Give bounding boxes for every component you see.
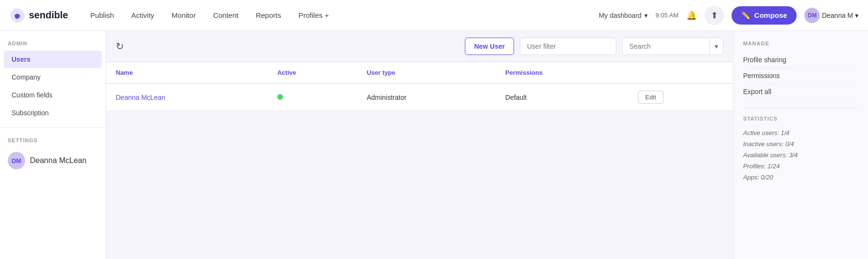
table-body: Deanna McLean Administrator Default Edit: [106, 83, 733, 111]
stat-apps: Apps: 0/20: [743, 172, 858, 183]
right-panel: MANAGE Profile sharing Permissions Expor…: [733, 31, 868, 259]
main-layout: ADMIN Users Company Custom fields Subscr…: [0, 31, 868, 259]
col-active: Active: [268, 62, 357, 83]
user-permissions-cell: Default: [496, 83, 628, 111]
stat-profiles: Profiles: 1/24: [743, 161, 858, 172]
nav-content[interactable]: Content: [206, 7, 245, 23]
nav-activity[interactable]: Activity: [124, 7, 161, 23]
stat-inactive-users: Inactive users: 0/4: [743, 138, 858, 150]
user-name-cell: Deanna McLean: [106, 83, 268, 111]
pencil-icon: ✏️: [741, 11, 750, 20]
user-active-cell: [268, 83, 357, 111]
sidebar-settings-user[interactable]: DM Deanna McLean: [0, 147, 106, 174]
user-actions-cell: Edit: [628, 83, 733, 111]
export-all-link[interactable]: Export all: [743, 84, 858, 100]
permissions-link[interactable]: Permissions: [743, 68, 858, 84]
col-permissions: Permissions: [496, 62, 628, 83]
stat-available-users: Available users: 3/4: [743, 150, 858, 161]
user-filter-input[interactable]: [520, 38, 616, 55]
nav-publish[interactable]: Publish: [83, 7, 121, 23]
table-header-row: Name Active User type Permissions: [106, 62, 733, 83]
chevron-down-icon: ▾: [715, 42, 718, 50]
toolbar: ↻ New User ▾: [106, 31, 733, 62]
chevron-down-icon: ▾: [644, 12, 648, 19]
sidebar-user-name: Deanna McLean: [30, 156, 86, 165]
settings-section-label: SETTINGS: [0, 134, 106, 147]
sidebar-item-custom-fields[interactable]: Custom fields: [4, 86, 102, 104]
manage-section-label: MANAGE: [743, 41, 858, 46]
profile-sharing-link[interactable]: Profile sharing: [743, 52, 858, 68]
new-user-button[interactable]: New User: [465, 38, 514, 55]
users-table: Name Active User type Permissions Deanna…: [106, 62, 733, 111]
nav-profiles[interactable]: Profiles +: [292, 7, 336, 23]
search-wrapper: ▾: [622, 38, 723, 55]
compose-label: Compose: [754, 11, 787, 19]
users-table-container: Name Active User type Permissions Deanna…: [106, 62, 733, 259]
compose-button[interactable]: ✏️ Compose: [732, 6, 797, 25]
panel-divider: [743, 108, 858, 108]
user-menu[interactable]: DM Deanna M ▾: [804, 8, 858, 23]
edit-user-button[interactable]: Edit: [638, 91, 663, 104]
stat-active-users: Active users: 1/4: [743, 127, 858, 138]
bell-icon[interactable]: 🔔: [686, 10, 697, 21]
sidebar-company-label: Company: [12, 73, 41, 81]
nav-right: My dashboard ▾ 9:05 AM 🔔 ⬆ ✏️ Compose DM…: [599, 6, 858, 25]
sidebar-user-avatar: DM: [8, 152, 25, 169]
search-dropdown-button[interactable]: ▾: [709, 38, 723, 55]
col-user-type: User type: [357, 62, 495, 83]
nav-reports[interactable]: Reports: [249, 7, 288, 23]
sidebar: ADMIN Users Company Custom fields Subscr…: [0, 31, 106, 259]
sidebar-item-users[interactable]: Users: [4, 51, 102, 68]
sidebar-item-company[interactable]: Company: [4, 68, 102, 86]
user-avatar: DM: [804, 8, 820, 23]
sidebar-subscription-label: Subscription: [12, 109, 49, 117]
user-type-cell: Administrator: [357, 83, 495, 111]
sidebar-users-label: Users: [12, 55, 30, 63]
main-nav: Publish Activity Monitor Content Reports…: [83, 7, 599, 23]
time-display: 9:05 AM: [655, 12, 678, 19]
refresh-button[interactable]: ↻: [116, 41, 124, 52]
user-name-link[interactable]: Deanna McLean: [116, 94, 165, 101]
nav-monitor[interactable]: Monitor: [165, 7, 203, 23]
sidebar-divider: [0, 127, 106, 128]
admin-section-label: ADMIN: [0, 41, 106, 50]
chevron-down-icon: ▾: [855, 12, 858, 19]
logo-area[interactable]: sendible: [10, 8, 68, 23]
sidebar-item-subscription[interactable]: Subscription: [4, 104, 102, 122]
dashboard-button[interactable]: My dashboard ▾: [599, 12, 648, 19]
statistics-section-label: STATISTICS: [743, 116, 858, 122]
table-header: Name Active User type Permissions: [106, 62, 733, 83]
col-actions: [628, 62, 733, 83]
logo-text: sendible: [29, 10, 68, 21]
col-name: Name: [106, 62, 268, 83]
search-input[interactable]: [623, 38, 709, 55]
sidebar-custom-fields-label: Custom fields: [12, 91, 53, 99]
sendible-logo-icon: [10, 8, 25, 23]
upload-button[interactable]: ⬆: [705, 6, 724, 25]
refresh-icon: ↻: [116, 41, 124, 52]
user-name: Deanna M: [822, 12, 853, 19]
content-area: ↻ New User ▾ Name Active User type: [106, 31, 733, 259]
table-row: Deanna McLean Administrator Default Edit: [106, 83, 733, 111]
active-status-dot: [277, 94, 283, 100]
top-navigation: sendible Publish Activity Monitor Conten…: [0, 0, 868, 31]
dashboard-label: My dashboard: [599, 12, 642, 19]
